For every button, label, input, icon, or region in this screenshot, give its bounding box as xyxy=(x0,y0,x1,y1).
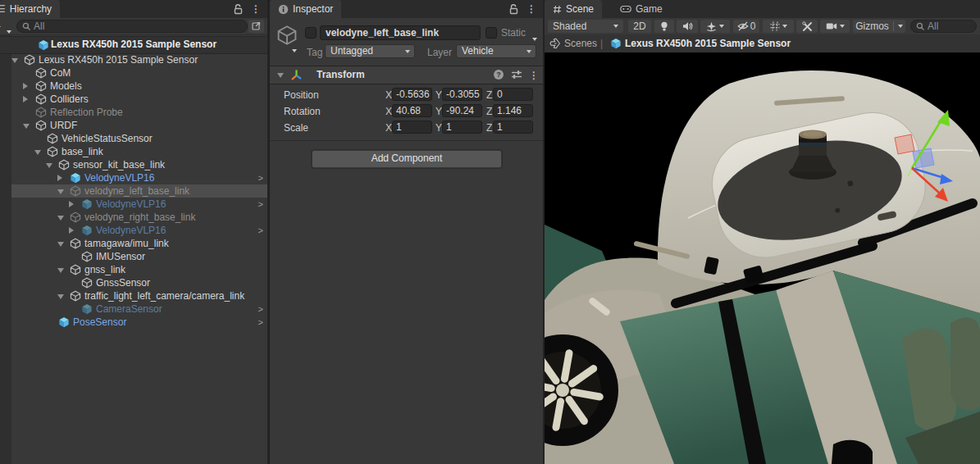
tree-row-label: gnss_link xyxy=(84,263,125,276)
create-plus-icon[interactable]: + xyxy=(0,20,1,33)
inspector-menu-icon[interactable]: ⋮ xyxy=(526,2,536,16)
prefab-chevron-icon[interactable]: > xyxy=(258,316,263,329)
foldout-arrow-icon[interactable] xyxy=(69,227,74,234)
gizmos-dropdown[interactable]: Gizmos xyxy=(853,20,905,33)
rotation-x-field[interactable]: 40.68 xyxy=(392,104,432,117)
help-icon[interactable]: ? xyxy=(493,69,504,80)
tree-row[interactable]: CoM xyxy=(0,66,267,80)
tree-row-label: VehicleStatusSensor xyxy=(62,132,153,145)
tree-row[interactable]: base_link xyxy=(0,145,267,158)
rotation-y-field[interactable]: -90.24 xyxy=(442,104,482,117)
tree-row[interactable]: CameraSensor> xyxy=(0,303,267,316)
tree-row[interactable]: velodyne_left_base_link xyxy=(0,184,267,198)
rotation-label: Rotation xyxy=(284,106,321,117)
scene-visibility-icon[interactable]: 0 xyxy=(733,20,759,33)
prefab-chevron-icon[interactable]: > xyxy=(258,171,263,184)
foldout-arrow-icon[interactable] xyxy=(34,150,41,155)
static-checkbox[interactable] xyxy=(485,27,497,39)
tree-row[interactable]: PoseSensor> xyxy=(0,316,267,329)
search-window-icon[interactable] xyxy=(248,20,264,33)
tab-inspector[interactable]: Inspector xyxy=(270,0,341,18)
tree-row[interactable]: traffic_light_left_camera/camera_link xyxy=(0,289,267,303)
hierarchy-scene-header[interactable]: Lexus RX450h 2015 Sample Sensor xyxy=(0,36,267,54)
tools-icon[interactable] xyxy=(796,20,818,33)
foldout-arrow-icon[interactable] xyxy=(46,163,52,168)
static-dropdown-icon[interactable] xyxy=(532,32,537,43)
tree-row-label: traffic_light_left_camera/camera_link xyxy=(84,289,244,303)
info-icon xyxy=(278,4,289,15)
breadcrumb-root[interactable]: Scenes xyxy=(564,38,597,49)
grid-visibility-icon[interactable] xyxy=(763,20,794,33)
foldout-arrow-icon[interactable] xyxy=(57,242,64,247)
transform-header[interactable]: Transform ? ⋮ xyxy=(270,66,543,84)
transform-foldout-icon[interactable] xyxy=(277,73,284,78)
tree-row[interactable]: Colliders xyxy=(0,93,267,106)
hierarchy-search-input[interactable]: All xyxy=(16,20,248,33)
breadcrumb-current[interactable]: Lexus RX450h 2015 Sample Sensor xyxy=(625,38,791,49)
tree-row[interactable]: VelodyneVLP16> xyxy=(0,224,267,237)
tag-dropdown[interactable]: Untagged xyxy=(325,44,415,58)
lock-icon[interactable] xyxy=(234,4,243,15)
foldout-arrow-icon[interactable] xyxy=(23,96,28,102)
tree-row[interactable]: VelodyneVLP16> xyxy=(0,171,267,184)
tree-row-label: velodyne_left_base_link xyxy=(84,184,189,198)
tree-row[interactable]: VehicleStatusSensor xyxy=(0,132,267,145)
active-checkbox[interactable] xyxy=(305,27,317,39)
foldout-arrow-icon[interactable] xyxy=(57,175,62,181)
scale-y-field[interactable]: 1 xyxy=(442,121,482,134)
gameobject-name-field[interactable]: velodyne_left_base_link xyxy=(320,25,481,40)
tree-row[interactable]: tamagawa/imu_link xyxy=(0,237,267,250)
prefab-chevron-icon[interactable]: > xyxy=(258,224,263,237)
foldout-arrow-icon[interactable] xyxy=(69,201,74,207)
2d-toggle-button[interactable]: 2D xyxy=(628,20,651,33)
tree-row[interactable]: velodyne_right_base_link xyxy=(0,211,267,224)
tab-game[interactable]: Game xyxy=(612,0,671,18)
hierarchy-menu-icon[interactable]: ⋮ xyxy=(251,2,261,16)
tree-row[interactable]: Models xyxy=(0,80,267,93)
tree-row-label: IMUSensor xyxy=(96,250,145,263)
position-z-field[interactable]: 0 xyxy=(493,88,533,101)
tree-row[interactable]: URDF xyxy=(0,119,267,132)
scene-viewport[interactable] xyxy=(545,52,980,464)
tab-hierarchy[interactable]: ☰ Hierarchy xyxy=(0,0,60,18)
position-y-field[interactable]: -0.3055 xyxy=(442,88,482,101)
tree-row[interactable]: GnssSensor xyxy=(0,276,267,289)
transform-menu-icon[interactable]: ⋮ xyxy=(529,69,539,82)
scale-z-field[interactable]: 1 xyxy=(493,121,533,134)
layer-dropdown[interactable]: Vehicle xyxy=(456,44,536,58)
lock-icon[interactable] xyxy=(509,4,518,15)
foldout-arrow-icon[interactable] xyxy=(23,124,30,129)
scene-search-input[interactable]: All xyxy=(910,20,977,33)
prefab-chevron-icon[interactable]: > xyxy=(258,198,263,211)
scene-grid-icon xyxy=(553,5,562,14)
foldout-arrow-icon[interactable] xyxy=(57,189,64,194)
scale-x-field[interactable]: 1 xyxy=(392,121,432,134)
axis-x-label: X xyxy=(385,89,392,101)
position-x-field[interactable]: -0.5636 xyxy=(392,88,432,101)
effects-icon[interactable] xyxy=(700,20,730,33)
audio-icon[interactable] xyxy=(677,20,698,33)
unity-logo-icon xyxy=(549,38,561,49)
prefab-chevron-icon[interactable]: > xyxy=(258,303,263,316)
foldout-arrow-icon[interactable] xyxy=(23,83,28,89)
tree-row[interactable]: Reflection Probe xyxy=(0,106,267,119)
tree-row[interactable]: Lexus RX450h 2015 Sample Sensor xyxy=(0,53,267,66)
foldout-arrow-icon[interactable] xyxy=(11,58,18,63)
foldout-arrow-icon[interactable] xyxy=(57,294,64,299)
tree-row[interactable]: VelodyneVLP16> xyxy=(0,198,267,211)
tree-row[interactable]: gnss_link xyxy=(0,263,267,276)
tree-row-label: Colliders xyxy=(50,93,89,106)
tree-row[interactable]: sensor_kit_base_link xyxy=(0,158,267,171)
tree-row[interactable]: IMUSensor xyxy=(0,250,267,263)
tree-row-label: Reflection Probe xyxy=(50,106,123,119)
camera-settings-icon[interactable] xyxy=(820,20,850,33)
rotation-z-field[interactable]: 1.146 xyxy=(493,104,533,117)
foldout-arrow-icon[interactable] xyxy=(57,268,64,273)
lighting-icon[interactable] xyxy=(654,20,674,33)
presets-icon[interactable] xyxy=(511,70,522,80)
draw-mode-dropdown[interactable]: Shaded xyxy=(548,20,623,33)
tab-scene[interactable]: Scene xyxy=(545,0,602,18)
foldout-arrow-icon[interactable] xyxy=(57,216,64,221)
gameobject-icon-dropdown[interactable] xyxy=(292,43,297,55)
add-component-button[interactable]: Add Component xyxy=(312,150,502,168)
